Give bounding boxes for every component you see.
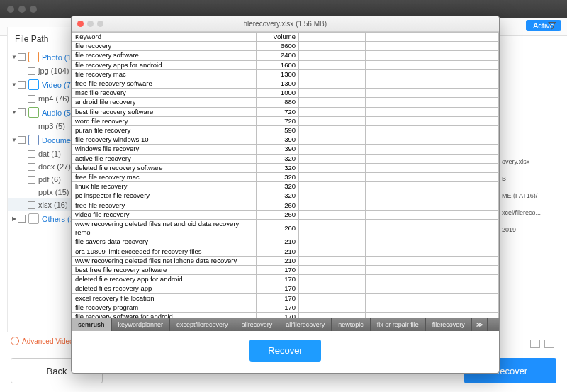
cell-keyword: ora 19809 limit exceeded for recovery fi… bbox=[72, 247, 257, 256]
table-row: deleted files recovery app170 bbox=[72, 284, 499, 293]
cell-keyword: free file recovery software bbox=[72, 79, 257, 89]
table-row: file recovery windows 10390 bbox=[72, 135, 499, 145]
cell-volume: 390 bbox=[257, 135, 299, 145]
maximize-icon[interactable] bbox=[97, 21, 103, 27]
item-label: pptx (15) bbox=[38, 188, 69, 196]
table-row: mac file recovery1000 bbox=[72, 89, 499, 98]
window-dot bbox=[7, 6, 14, 13]
preview-title: filerecovery.xlsx (1.56 MB) bbox=[244, 20, 327, 28]
checkbox[interactable] bbox=[18, 81, 26, 89]
cell-keyword: deleted files recovery app bbox=[72, 284, 257, 293]
cell-volume: 720 bbox=[257, 116, 299, 125]
minimize-icon[interactable] bbox=[87, 21, 94, 27]
cell-keyword: file savers data recovery bbox=[72, 237, 257, 247]
window-dot bbox=[30, 6, 37, 13]
view-toggle[interactable] bbox=[530, 340, 554, 348]
cell-volume: 320 bbox=[257, 173, 299, 182]
cell-volume: 260 bbox=[257, 220, 299, 237]
sheet-tab[interactable]: allfilerecovery bbox=[279, 318, 332, 331]
close-icon[interactable] bbox=[77, 21, 84, 27]
table-row: free file recovery software1300 bbox=[72, 79, 499, 89]
category-icon bbox=[28, 79, 39, 90]
cell-volume: 1300 bbox=[257, 69, 299, 79]
sheet-tab[interactable]: semrush bbox=[72, 318, 112, 331]
table-row: excel recovery file location170 bbox=[72, 293, 499, 303]
sheet-tab[interactable]: filerecovery bbox=[426, 318, 472, 331]
table-row: android file recovery880 bbox=[72, 98, 499, 107]
cell-keyword: file recovery windows 10 bbox=[72, 135, 257, 145]
detail-filename: overy.xlsx bbox=[502, 153, 558, 170]
preview-titlebar[interactable]: filerecovery.xlsx (1.56 MB) bbox=[72, 16, 499, 32]
sheet-tab[interactable]: allrecovery bbox=[235, 318, 280, 331]
checkbox[interactable] bbox=[28, 176, 35, 184]
table-row: file recovery software2400 bbox=[72, 51, 499, 60]
checkbox[interactable] bbox=[18, 108, 26, 116]
cell-keyword: android file recovery bbox=[72, 98, 257, 107]
file-details-panel: overy.xlsx B ME (FAT16)/ xcel/filereco..… bbox=[502, 153, 558, 238]
cell-volume: 6600 bbox=[257, 42, 299, 51]
category-icon bbox=[28, 213, 39, 224]
cell-keyword: file recovery software for android bbox=[72, 313, 257, 318]
item-label: docx (27) bbox=[38, 162, 71, 171]
checkbox[interactable] bbox=[28, 201, 35, 209]
checkbox[interactable] bbox=[18, 215, 26, 223]
cell-keyword: file recovery mac bbox=[72, 69, 257, 79]
chevron-down-icon[interactable]: ▼ bbox=[11, 82, 18, 88]
table-row: linux file recovery320 bbox=[72, 182, 499, 191]
sheet-tabs: semrushkeywordplannerexceptfilerecoverya… bbox=[72, 318, 499, 331]
cell-keyword: deleted file recovery app for android bbox=[72, 275, 257, 284]
table-row: best free file recovery software170 bbox=[72, 266, 499, 275]
checkbox[interactable] bbox=[28, 150, 35, 158]
sheet-tab[interactable]: fix or repair file bbox=[371, 318, 426, 331]
table-row: www recovering deleted files net iphone … bbox=[72, 256, 499, 265]
column-header: Keyword bbox=[72, 33, 257, 42]
preview-body[interactable]: KeywordVolume file recovery6600 file rec… bbox=[72, 32, 499, 318]
cell-volume: 260 bbox=[257, 201, 299, 210]
cell-volume: 210 bbox=[257, 247, 299, 256]
table-row: puran file recovery590 bbox=[72, 126, 499, 135]
checkbox[interactable] bbox=[18, 136, 26, 144]
cell-volume: 320 bbox=[257, 191, 299, 201]
table-row: free file recovery260 bbox=[72, 201, 499, 210]
category-label: Audio (5) bbox=[42, 108, 74, 117]
checkbox[interactable] bbox=[28, 95, 35, 103]
table-row: active file recovery320 bbox=[72, 154, 499, 163]
sheet-tab[interactable]: exceptfilerecovery bbox=[170, 318, 235, 331]
chevron-down-icon[interactable]: ▼ bbox=[11, 109, 18, 116]
category-icon bbox=[28, 135, 39, 145]
cell-volume: 170 bbox=[257, 266, 299, 275]
table-row: www recovering deleted files net android… bbox=[72, 220, 499, 237]
detail-size: B bbox=[502, 170, 558, 187]
table-row: deleted file recovery app for android170 bbox=[72, 275, 499, 284]
item-label: mp4 (76) bbox=[38, 94, 69, 103]
column-header: Volume bbox=[257, 33, 299, 42]
checkbox[interactable] bbox=[28, 67, 35, 75]
checkbox[interactable] bbox=[18, 53, 26, 61]
grid-view-icon[interactable] bbox=[530, 340, 540, 348]
cell-volume: 170 bbox=[257, 284, 299, 293]
cell-volume: 170 bbox=[257, 293, 299, 303]
cell-keyword: deleted file recovery software bbox=[72, 163, 257, 172]
cell-keyword: file recovery software bbox=[72, 51, 257, 60]
item-label: jpg (104) bbox=[38, 67, 69, 75]
cell-keyword: active file recovery bbox=[72, 154, 257, 163]
sheet-tab[interactable]: newtopic bbox=[332, 318, 371, 331]
checkbox[interactable] bbox=[28, 163, 35, 171]
checkbox[interactable] bbox=[28, 123, 35, 130]
sheet-tab[interactable]: keywordplanner bbox=[112, 318, 171, 331]
chevron-down-icon[interactable]: ▶ bbox=[11, 215, 18, 222]
recover-button-preview[interactable]: Recover bbox=[249, 340, 320, 362]
checkbox[interactable] bbox=[28, 189, 35, 196]
list-view-icon[interactable] bbox=[544, 340, 554, 348]
category-icon bbox=[28, 52, 39, 62]
category-icon bbox=[28, 107, 39, 118]
chevron-down-icon[interactable]: ▼ bbox=[11, 54, 18, 60]
cell-keyword: www recovering deleted files net iphone … bbox=[72, 256, 257, 265]
chevron-down-icon[interactable]: ▼ bbox=[11, 137, 18, 143]
item-label: mp3 (5) bbox=[38, 122, 65, 130]
table-row: file recovery apps for android1600 bbox=[72, 60, 499, 69]
filter-icon[interactable] bbox=[548, 21, 556, 30]
detail-path: xcel/filereco... bbox=[502, 204, 558, 221]
more-tabs-icon[interactable]: ≫ bbox=[472, 318, 488, 331]
cell-volume: 1600 bbox=[257, 60, 299, 69]
